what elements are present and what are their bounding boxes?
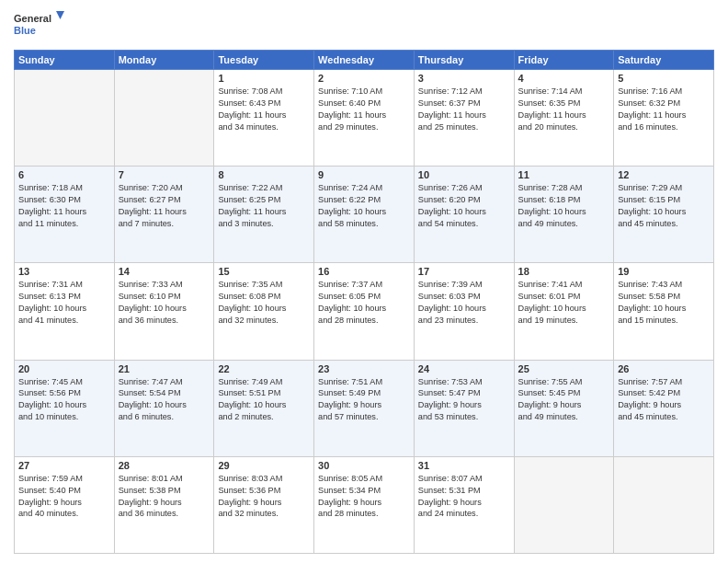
cell-content: Sunrise: 7:29 AM Sunset: 6:15 PM Dayligh… [618, 182, 710, 230]
cell-content: Sunrise: 7:14 AM Sunset: 6:35 PM Dayligh… [518, 86, 610, 133]
day-number: 24 [418, 363, 510, 374]
day-number: 23 [318, 363, 410, 374]
cell-content: Sunrise: 8:03 AM Sunset: 5:36 PM Dayligh… [218, 473, 310, 521]
cell-content: Sunrise: 7:57 AM Sunset: 5:42 PM Dayligh… [618, 376, 710, 424]
svg-marker-2 [56, 11, 64, 19]
day-number: 21 [119, 363, 210, 374]
day-number: 31 [418, 460, 510, 471]
calendar-cell: 30Sunrise: 8:05 AM Sunset: 5:34 PM Dayli… [314, 456, 415, 553]
day-number: 26 [618, 363, 710, 374]
calendar-cell: 19Sunrise: 7:43 AM Sunset: 5:58 PM Dayli… [614, 263, 714, 360]
day-number: 5 [618, 73, 710, 84]
day-number: 25 [518, 363, 610, 374]
calendar-cell [15, 70, 115, 167]
header: General Blue [14, 9, 714, 42]
calendar-cell [114, 70, 214, 167]
calendar-cell: 29Sunrise: 8:03 AM Sunset: 5:36 PM Dayli… [214, 456, 314, 553]
page: General Blue SundayMondayTuesdayWednesda… [0, 0, 728, 563]
day-number: 12 [618, 169, 710, 180]
header-friday: Friday [514, 51, 614, 70]
calendar-cell: 25Sunrise: 7:55 AM Sunset: 5:45 PM Dayli… [514, 360, 614, 456]
calendar-cell: 17Sunrise: 7:39 AM Sunset: 6:03 PM Dayli… [414, 263, 514, 360]
week-row-4: 20Sunrise: 7:45 AM Sunset: 5:56 PM Dayli… [15, 360, 714, 456]
logo-svg: General Blue [14, 9, 64, 42]
calendar-cell: 7Sunrise: 7:20 AM Sunset: 6:27 PM Daylig… [114, 167, 214, 263]
calendar-cell: 11Sunrise: 7:28 AM Sunset: 6:18 PM Dayli… [514, 167, 614, 263]
cell-content: Sunrise: 7:49 AM Sunset: 5:51 PM Dayligh… [218, 376, 310, 424]
cell-content: Sunrise: 7:20 AM Sunset: 6:27 PM Dayligh… [119, 182, 210, 230]
calendar-cell [514, 456, 614, 553]
day-number: 27 [18, 460, 110, 471]
day-number: 10 [418, 169, 510, 180]
cell-content: Sunrise: 7:37 AM Sunset: 6:05 PM Dayligh… [318, 279, 410, 327]
cell-content: Sunrise: 7:22 AM Sunset: 6:25 PM Dayligh… [218, 182, 310, 230]
calendar-cell: 14Sunrise: 7:33 AM Sunset: 6:10 PM Dayli… [114, 263, 214, 360]
cell-content: Sunrise: 7:12 AM Sunset: 6:37 PM Dayligh… [418, 86, 510, 133]
cell-content: Sunrise: 7:24 AM Sunset: 6:22 PM Dayligh… [318, 182, 410, 230]
cell-content: Sunrise: 7:47 AM Sunset: 5:54 PM Dayligh… [119, 376, 210, 424]
day-number: 7 [119, 169, 210, 180]
cell-content: Sunrise: 7:45 AM Sunset: 5:56 PM Dayligh… [18, 376, 110, 424]
calendar-cell: 20Sunrise: 7:45 AM Sunset: 5:56 PM Dayli… [15, 360, 115, 456]
day-number: 29 [218, 460, 310, 471]
cell-content: Sunrise: 7:35 AM Sunset: 6:08 PM Dayligh… [218, 279, 310, 327]
calendar-table: SundayMondayTuesdayWednesdayThursdayFrid… [14, 50, 714, 554]
cell-content: Sunrise: 7:39 AM Sunset: 6:03 PM Dayligh… [418, 279, 510, 327]
header-row: SundayMondayTuesdayWednesdayThursdayFrid… [15, 51, 714, 70]
calendar-cell: 6Sunrise: 7:18 AM Sunset: 6:30 PM Daylig… [15, 167, 115, 263]
calendar-cell: 9Sunrise: 7:24 AM Sunset: 6:22 PM Daylig… [314, 167, 415, 263]
cell-content: Sunrise: 8:05 AM Sunset: 5:34 PM Dayligh… [318, 473, 410, 521]
cell-content: Sunrise: 7:26 AM Sunset: 6:20 PM Dayligh… [418, 182, 510, 230]
calendar-cell: 5Sunrise: 7:16 AM Sunset: 6:32 PM Daylig… [614, 70, 714, 167]
day-number: 1 [218, 73, 310, 84]
day-number: 3 [418, 73, 510, 84]
calendar-cell: 10Sunrise: 7:26 AM Sunset: 6:20 PM Dayli… [414, 167, 514, 263]
week-row-3: 13Sunrise: 7:31 AM Sunset: 6:13 PM Dayli… [15, 263, 714, 360]
calendar-cell: 15Sunrise: 7:35 AM Sunset: 6:08 PM Dayli… [214, 263, 314, 360]
week-row-1: 1Sunrise: 7:08 AM Sunset: 6:43 PM Daylig… [15, 70, 714, 167]
day-number: 19 [618, 266, 710, 277]
day-number: 13 [18, 266, 110, 277]
header-sunday: Sunday [15, 51, 115, 70]
cell-content: Sunrise: 7:16 AM Sunset: 6:32 PM Dayligh… [618, 86, 710, 133]
week-row-2: 6Sunrise: 7:18 AM Sunset: 6:30 PM Daylig… [15, 167, 714, 263]
calendar-cell: 28Sunrise: 8:01 AM Sunset: 5:38 PM Dayli… [114, 456, 214, 553]
header-wednesday: Wednesday [314, 51, 415, 70]
day-number: 17 [418, 266, 510, 277]
cell-content: Sunrise: 7:10 AM Sunset: 6:40 PM Dayligh… [318, 86, 410, 133]
day-number: 9 [318, 169, 410, 180]
day-number: 14 [119, 266, 210, 277]
header-tuesday: Tuesday [214, 51, 314, 70]
calendar-cell [614, 456, 714, 553]
day-number: 22 [218, 363, 310, 374]
cell-content: Sunrise: 8:07 AM Sunset: 5:31 PM Dayligh… [418, 473, 510, 521]
header-monday: Monday [114, 51, 214, 70]
day-number: 20 [18, 363, 110, 374]
cell-content: Sunrise: 8:01 AM Sunset: 5:38 PM Dayligh… [119, 473, 210, 521]
calendar-cell: 23Sunrise: 7:51 AM Sunset: 5:49 PM Dayli… [314, 360, 415, 456]
svg-text:General: General [14, 13, 51, 24]
day-number: 28 [119, 460, 210, 471]
calendar-cell: 27Sunrise: 7:59 AM Sunset: 5:40 PM Dayli… [15, 456, 115, 553]
cell-content: Sunrise: 7:59 AM Sunset: 5:40 PM Dayligh… [18, 473, 110, 521]
cell-content: Sunrise: 7:31 AM Sunset: 6:13 PM Dayligh… [18, 279, 110, 327]
cell-content: Sunrise: 7:51 AM Sunset: 5:49 PM Dayligh… [318, 376, 410, 424]
calendar-cell: 3Sunrise: 7:12 AM Sunset: 6:37 PM Daylig… [414, 70, 514, 167]
header-saturday: Saturday [614, 51, 714, 70]
cell-content: Sunrise: 7:28 AM Sunset: 6:18 PM Dayligh… [518, 182, 610, 230]
calendar-cell: 22Sunrise: 7:49 AM Sunset: 5:51 PM Dayli… [214, 360, 314, 456]
day-number: 30 [318, 460, 410, 471]
day-number: 18 [518, 266, 610, 277]
day-number: 16 [318, 266, 410, 277]
calendar-cell: 4Sunrise: 7:14 AM Sunset: 6:35 PM Daylig… [514, 70, 614, 167]
cell-content: Sunrise: 7:08 AM Sunset: 6:43 PM Dayligh… [218, 86, 310, 133]
calendar-cell: 13Sunrise: 7:31 AM Sunset: 6:13 PM Dayli… [15, 263, 115, 360]
calendar-cell: 18Sunrise: 7:41 AM Sunset: 6:01 PM Dayli… [514, 263, 614, 360]
calendar-cell: 16Sunrise: 7:37 AM Sunset: 6:05 PM Dayli… [314, 263, 415, 360]
calendar-cell: 24Sunrise: 7:53 AM Sunset: 5:47 PM Dayli… [414, 360, 514, 456]
calendar-cell: 2Sunrise: 7:10 AM Sunset: 6:40 PM Daylig… [314, 70, 415, 167]
calendar-cell: 26Sunrise: 7:57 AM Sunset: 5:42 PM Dayli… [614, 360, 714, 456]
calendar-cell: 8Sunrise: 7:22 AM Sunset: 6:25 PM Daylig… [214, 167, 314, 263]
day-number: 6 [18, 169, 110, 180]
calendar-cell: 1Sunrise: 7:08 AM Sunset: 6:43 PM Daylig… [214, 70, 314, 167]
